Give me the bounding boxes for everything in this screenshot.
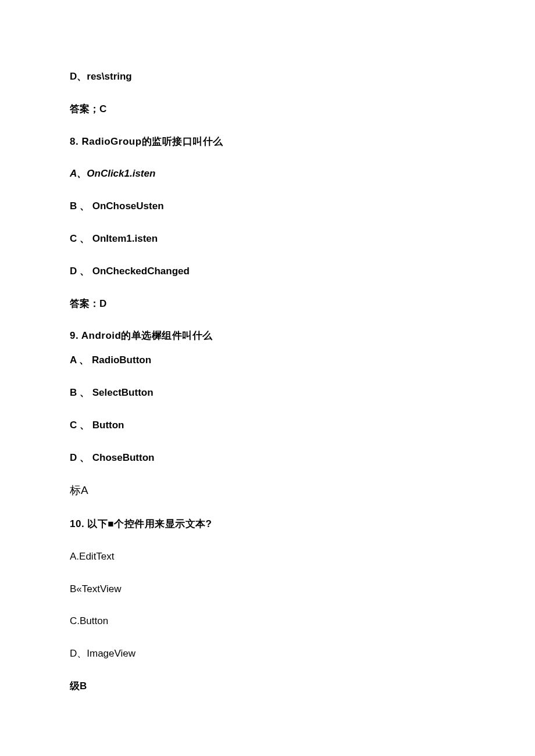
document-page: D、res\string 答案；C 8. RadioGroup的监听接口叫什么 … — [0, 0, 535, 747]
answer-d: 答案：D — [70, 297, 465, 311]
question-9: 9. Android的单选樨组件叫什么 — [70, 329, 465, 343]
q8-option-c: C 、 OnItem1.isten — [70, 232, 465, 246]
q9-option-b: B 、 SelectButton — [70, 386, 465, 400]
answer-c: 答案；C — [70, 102, 465, 116]
q8-option-d: D 、 OnCheckedChanged — [70, 264, 465, 278]
q10-option-b: B«TextView — [70, 582, 465, 596]
answer-a-label: 标A — [70, 483, 465, 499]
q8-option-b: B 、 OnChoseUsten — [70, 199, 465, 213]
question-8: 8. RadioGroup的监听接口叫什么 — [70, 135, 465, 149]
q10-option-d: D、ImageView — [70, 647, 465, 661]
question-10: 10. 以下■个控件用来显示文本? — [70, 517, 465, 531]
answer-b-label: 级B — [70, 679, 465, 693]
q9-option-d: D 、 ChoseButton — [70, 451, 465, 465]
q9-option-c: C 、 Button — [70, 418, 465, 432]
q10-option-a: A.EditText — [70, 550, 465, 564]
q9-option-a: A 、 RadioButton — [70, 353, 465, 367]
option-d-res-string: D、res\string — [70, 70, 465, 84]
q10-option-c: C.Button — [70, 614, 465, 628]
q8-option-a: A、OnClick1.isten — [70, 167, 465, 181]
